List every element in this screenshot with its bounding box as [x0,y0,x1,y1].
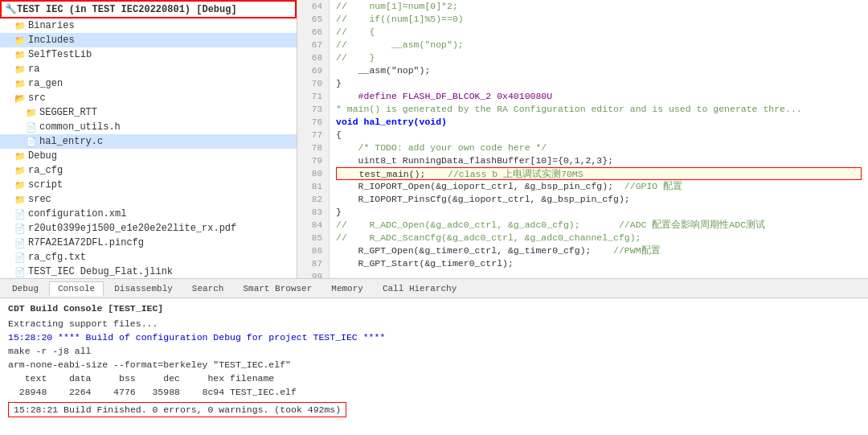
folder-icon: 📁 [14,166,26,176]
sidebar-item-label: common_utils.h [39,121,121,133]
line-number: 71 [304,90,322,103]
sidebar-item[interactable]: 📄configuration.xml [0,207,297,221]
sidebar-item[interactable]: 📄common_utils.h [0,120,297,134]
folder-icon: 📁 [14,79,26,89]
bottom-tab-debug[interactable]: Debug [3,281,47,296]
sidebar-item[interactable]: 📂src [0,91,297,105]
folder-icon: 📁 [14,50,26,60]
line-number: 76 [304,116,322,129]
code-line: void hal_entry(void) [336,116,862,129]
bottom-tab-smart-browser[interactable]: Smart Browser [234,281,321,296]
code-line: /* TODO: add your own code here */ [336,142,862,154]
line-number: 69 [304,64,322,77]
line-number: 80 [304,167,322,180]
folder-icon: 📄 [26,137,37,147]
bottom-tab-console[interactable]: Console [49,281,104,296]
console-lines: Extracting support files...15:28:20 ****… [8,317,860,399]
line-numbers: 6465666768697071737677787980818283848586… [297,0,330,278]
sidebar-item[interactable]: 📄ra_cfg.txt [0,250,297,265]
sidebar-item-label: r20ut0399ej1500_e1e20e2e2lite_rx.pdf [28,223,236,234]
line-number: 67 [304,39,322,51]
sidebar-item[interactable]: 📁Debug [0,149,297,163]
code-line: } [336,77,862,90]
code-line: R_IOPORT_PinsCfg(&g_ioport_ctrl, &g_bsp_… [336,193,862,206]
folder-icon: 📁 [14,180,26,191]
code-line: R_IOPORT_Open(&g_ioport_ctrl, &g_bsp_pin… [336,180,862,193]
code-line [336,270,862,278]
line-number: 70 [304,77,322,90]
folder-icon: 📁 [26,108,37,118]
sidebar-item-label: Debug [28,150,57,162]
sidebar-item-label: ra_cfg [28,165,63,176]
folder-icon: 📄 [14,224,26,234]
sidebar-item[interactable]: 📁ra_gen [0,76,297,91]
folder-icon: 📄 [14,209,26,220]
line-number: 64 [304,0,322,13]
line-number: 81 [304,180,322,193]
sidebar-item[interactable]: 📄r20ut0399ej1500_e1e20e2e2lite_rx.pdf [0,221,297,236]
bottom-panel: DebugConsoleDisassemblySearchSmart Brows… [0,278,868,435]
line-number: 68 [304,51,322,64]
console-line: text data bss dec hex filename [8,371,860,385]
sidebar-item[interactable]: 📁Binaries [0,18,297,33]
code-line: // { [336,26,862,39]
line-number: 86 [304,244,322,257]
sidebar-item[interactable]: 📁srec [0,192,297,207]
sidebar: 🔧 TEST IEC (in TEST IEC20220801) [Debug]… [0,0,297,278]
bottom-tab-memory[interactable]: Memory [322,281,372,296]
code-line: // __asm("nop"); [336,39,862,51]
bottom-tab-disassembly[interactable]: Disassembly [105,281,182,296]
code-line: R_GPT_Start(&g_timer0_ctrl); [336,257,862,270]
line-number: 73 [304,103,322,116]
folder-icon: 📄 [14,252,26,263]
sidebar-item-label: ra [28,64,39,75]
code-line: // num[1]=num[0]*2; [336,0,862,13]
sidebar-item-label: Binaries [28,20,75,31]
project-icon: 🔧 [5,3,17,15]
sidebar-item[interactable]: 📁SEGGER_RTT [0,105,297,120]
line-number: 77 [304,129,322,142]
sidebar-item-label: hal_entry.c [39,136,103,147]
sidebar-item[interactable]: 📄hal_entry.c [0,134,297,149]
sidebar-item[interactable]: 📄R7FA2E1A72DFL.pincfg [0,236,297,250]
console-content: CDT Build Console [TEST_IEC] Extracting … [0,298,868,435]
line-number: 83 [304,206,322,219]
build-finished: 15:28:21 Build Finished. 0 errors, 0 war… [8,402,346,417]
line-number: 87 [304,257,322,270]
sidebar-items-container: 📁Binaries📁Includes📁SelfTestLib📁ra📁ra_gen… [0,18,297,278]
line-number: 65 [304,13,322,26]
code-line: // R_ADC_Open(&g_adc0_ctrl, &g_adc0_cfg)… [336,219,862,232]
bottom-tab-call-hierarchy[interactable]: Call Hierarchy [374,281,465,296]
line-number: 79 [304,154,322,167]
code-line: uint8_t RunningData_flashBuffer[10]={0,1… [336,154,862,167]
folder-icon: 📂 [14,93,26,104]
code-line: // R_ADC_ScanCfg(&g_adc0_ctrl, &g_adc0_c… [336,232,862,244]
folder-icon: 📄 [14,238,26,248]
line-number: 82 [304,193,322,206]
sidebar-item-label: script [28,179,63,191]
folder-icon: 📄 [26,122,37,133]
sidebar-item[interactable]: 📁SelfTestLib [0,47,297,62]
sidebar-item[interactable]: 📁ra [0,62,297,76]
bottom-tabs: DebugConsoleDisassemblySearchSmart Brows… [0,279,868,298]
code-line: { [336,129,862,142]
console-line: Extracting support files... [8,317,860,330]
line-number: 99 [304,270,322,278]
sidebar-item[interactable]: 📁Includes [0,33,297,47]
line-number: 85 [304,232,322,244]
code-content[interactable]: 6465666768697071737677787980818283848586… [297,0,868,278]
project-root[interactable]: 🔧 TEST IEC (in TEST IEC20220801) [Debug] [0,0,297,18]
code-line: __asm("nop"); [336,64,862,77]
sidebar-item-label: TEST_IEC Debug_Flat.jlink [28,266,173,277]
sidebar-item[interactable]: 📄TEST_IEC Debug_Flat.jlink [0,265,297,278]
console-title: CDT Build Console [TEST_IEC] [8,303,860,314]
sidebar-item-label: ra_gen [28,78,63,89]
line-number: 66 [304,26,322,39]
sidebar-item[interactable]: 📁script [0,178,297,192]
sidebar-item-label: Includes [28,35,75,46]
sidebar-item[interactable]: 📁ra_cfg [0,163,297,178]
folder-icon: 📁 [14,35,26,46]
code-line: * main() is generated by the RA Configur… [336,103,862,116]
code-lines: // num[1]=num[0]*2;// if((num[1]%5)==0)/… [330,0,868,278]
bottom-tab-search[interactable]: Search [183,281,233,296]
